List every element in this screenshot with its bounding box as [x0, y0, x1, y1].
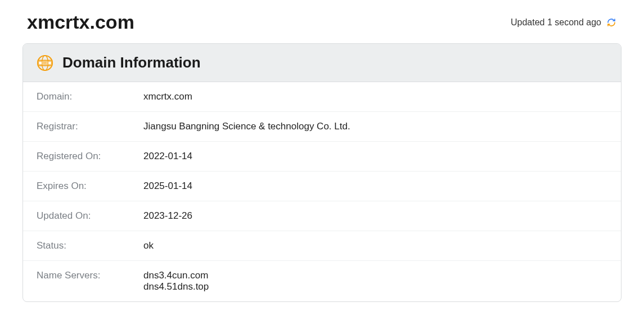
info-value: xmcrtx.com: [143, 91, 192, 102]
info-value: 2023-12-26: [143, 210, 192, 222]
www-globe-icon: WWW: [37, 55, 53, 71]
updated-text: Updated 1 second ago: [511, 17, 601, 28]
info-label: Status:: [37, 240, 143, 251]
info-row-expires-on: Expires On: 2025-01-14: [23, 172, 621, 201]
info-value: ok: [143, 240, 154, 251]
info-value: 2022-01-14: [143, 151, 192, 162]
info-value: 2025-01-14: [143, 181, 192, 192]
page-header: xmcrtx.com Updated 1 second ago: [22, 11, 622, 33]
info-label: Registrar:: [37, 121, 143, 132]
info-row-updated-on: Updated On: 2023-12-26: [23, 201, 621, 231]
info-label: Domain:: [37, 91, 143, 102]
domain-title: xmcrtx.com: [27, 11, 134, 33]
info-label: Updated On:: [37, 210, 143, 222]
card-body: Domain: xmcrtx.com Registrar: Jiangsu Ba…: [23, 82, 621, 301]
domain-info-card: WWW Domain Information Domain: xmcrtx.co…: [22, 43, 622, 302]
info-row-domain: Domain: xmcrtx.com: [23, 82, 621, 112]
card-header: WWW Domain Information: [23, 44, 621, 82]
info-row-registered-on: Registered On: 2022-01-14: [23, 142, 621, 172]
svg-text:WWW: WWW: [41, 61, 49, 64]
card-title: Domain Information: [62, 54, 201, 71]
info-label: Registered On:: [37, 151, 143, 162]
refresh-icon[interactable]: [606, 17, 617, 28]
info-row-name-servers: Name Servers: dns3.4cun.com dns4.51dns.t…: [23, 261, 621, 301]
info-row-registrar: Registrar: Jiangsu Bangning Science & te…: [23, 112, 621, 142]
info-label: Expires On:: [37, 181, 143, 192]
info-label: Name Servers:: [37, 270, 143, 292]
updated-wrap: Updated 1 second ago: [511, 17, 617, 28]
info-value: Jiangsu Bangning Science & technology Co…: [143, 121, 350, 132]
info-value: dns3.4cun.com dns4.51dns.top: [143, 270, 209, 292]
info-row-status: Status: ok: [23, 231, 621, 261]
